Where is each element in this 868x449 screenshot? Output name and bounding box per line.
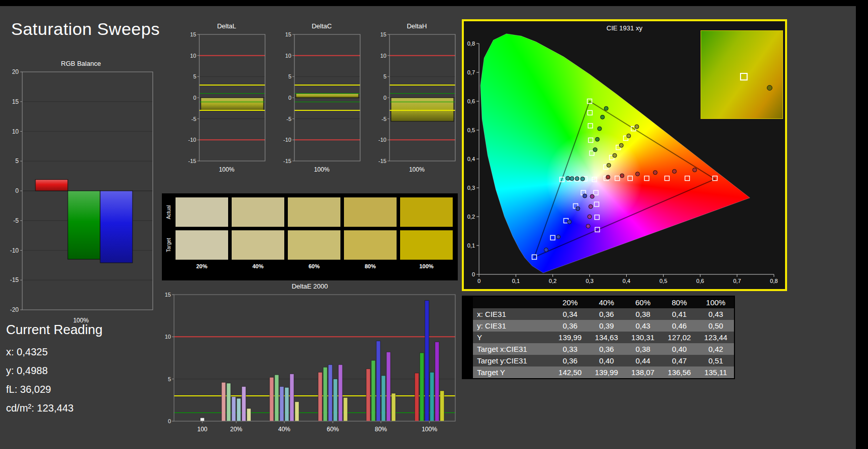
value-cell: 0,36	[588, 343, 625, 355]
cie-measured-point-yellow	[607, 164, 611, 168]
swatch-target-60%	[288, 230, 340, 260]
value-cell: 0,50	[698, 320, 734, 332]
y-tick-label: 5	[168, 376, 171, 382]
y-tick-label: 5	[193, 73, 196, 79]
deltae-bar	[295, 402, 299, 421]
row-indicator-cell	[463, 343, 473, 355]
value-cell: 0,38	[625, 343, 661, 355]
cie-measured-point-yellow	[619, 143, 623, 147]
cie-measured-point-yellow	[627, 134, 631, 138]
deltae-bar	[318, 372, 322, 421]
y-tick-label: -5	[191, 116, 196, 122]
rgb-balance-plot: 20151050-5-10-15-20	[5, 68, 157, 317]
table-column-header: 60%	[625, 297, 661, 308]
value-cell: 0,40	[661, 343, 698, 355]
value-cell: 0,40	[588, 355, 625, 366]
cie-target-point	[594, 202, 599, 207]
delta-h-chart[interactable]: DeltaH 151050-5-10-15 100%	[376, 22, 457, 173]
value-cell: 134,63	[588, 332, 625, 343]
deltae-bar	[200, 418, 204, 421]
table-header-row: 20%40%60%80%100%	[463, 297, 734, 308]
y-tick-label: 5	[383, 73, 386, 79]
cie-1931-chart[interactable]: CIE 1931 xy 00,10,20,30,40,50,60,70,800,…	[462, 19, 787, 291]
value-cell: 139,99	[588, 366, 625, 378]
cie-target-point	[615, 176, 620, 181]
deltae-bar	[435, 342, 439, 421]
rgb-balance-title: RGB Balance	[5, 60, 157, 68]
row-indicator-cell	[463, 366, 473, 378]
cie-measured-point-green	[600, 115, 604, 119]
deltae-bar	[381, 376, 385, 421]
swatch-column-label: 80%	[344, 263, 397, 269]
reading-cdm2: cd/m²: 123,443	[6, 399, 103, 418]
swatch-label-spacer	[165, 263, 172, 269]
swatch-target-20%	[176, 230, 228, 260]
cie-measured-point-red	[635, 172, 639, 176]
calibration-app-window: Saturation Sweeps RGB Balance 20151050-5…	[0, 0, 868, 449]
delta-c-plot: 151050-5-10-15	[281, 30, 362, 166]
cie-measured-point-cyan	[570, 177, 574, 181]
delta-l-chart[interactable]: DeltaL 151050-5-10-15 100%	[186, 22, 267, 173]
y-tick-label: -20	[10, 306, 19, 313]
value-cell: 0,34	[552, 308, 588, 320]
rgb-balance-chart[interactable]: RGB Balance 20151050-5-10-15-20 100%	[5, 60, 157, 324]
deltae-bar	[415, 373, 419, 421]
y-tick-label: 0,6	[467, 98, 475, 104]
x-tick-label: 80%	[375, 426, 387, 433]
delta-c-chart[interactable]: DeltaC 151050-5-10-15 100%	[281, 22, 362, 173]
value-cell: 130,31	[625, 332, 661, 343]
y-tick-label: 10	[380, 53, 386, 59]
value-cell: 136,56	[661, 366, 698, 378]
cie-target-point	[628, 176, 632, 181]
table-row: Target x:CIE310,330,360,380,400,42	[463, 343, 734, 355]
value-cell: 0,39	[588, 320, 625, 332]
cie-target-point	[595, 215, 599, 220]
y-tick-label: 10	[165, 334, 171, 340]
deltae-bar	[227, 383, 231, 421]
y-tick-label: 5	[288, 73, 291, 79]
value-cell: 139,99	[552, 332, 588, 343]
top-black-bar	[0, 0, 868, 6]
y-tick-label: -15	[10, 276, 19, 283]
value-cell: 0,41	[661, 308, 698, 320]
cie-measured-point-green	[593, 148, 597, 152]
y-tick-label: 0,3	[467, 185, 475, 191]
y-tick-label: 0	[168, 418, 171, 424]
y-tick-label: 15	[285, 31, 291, 37]
cie-target-point	[592, 177, 597, 182]
deltae-bar	[371, 360, 375, 421]
deltae-bar	[425, 301, 429, 421]
actual-target-swatch-panel[interactable]: ActualTarget20%40%60%80%100%	[162, 193, 458, 280]
delta_c-bar	[296, 94, 359, 98]
cie-measured-point-red	[606, 175, 610, 179]
cie-measured-point-yellow	[635, 125, 639, 129]
value-cell: 0,33	[552, 343, 588, 355]
y-tick-label: -15	[378, 158, 386, 164]
swatch-actual-80%	[344, 197, 397, 227]
swatch-target-100%	[400, 230, 453, 260]
cie-measured-point-red	[672, 170, 676, 174]
deltae-2000-plot[interactable]: 05101510020%40%60%80%100%	[162, 291, 458, 442]
y-tick-label: 0,4	[467, 156, 475, 162]
cie-target-point	[550, 235, 555, 240]
swatch-target-80%	[344, 230, 397, 260]
delta-c-title: DeltaC	[281, 22, 362, 30]
delta_h-bar	[391, 98, 454, 121]
measurement-table-panel[interactable]: 20%40%60%80%100%x: CIE310,340,360,380,41…	[462, 296, 735, 379]
cie-target-point	[588, 110, 592, 115]
y-tick-label: 5	[15, 157, 19, 165]
value-cell: 0,43	[698, 308, 734, 320]
x-tick-label: 0	[478, 278, 481, 284]
swatch-actual-20%	[176, 197, 228, 227]
swatch-row: Target	[165, 230, 453, 260]
cie-zoom-inset[interactable]	[701, 30, 783, 119]
swatch-target-40%	[232, 230, 284, 260]
deltae-bar	[420, 353, 424, 421]
x-tick-label: 0,4	[623, 278, 630, 284]
y-tick-label: -15	[283, 158, 291, 164]
inset-target-marker	[740, 73, 748, 80]
reading-fl: fL: 36,029	[6, 380, 103, 399]
y-tick-label: 0	[472, 271, 475, 277]
y-tick-label: 0,8	[467, 40, 475, 47]
y-tick-label: -10	[378, 137, 386, 143]
